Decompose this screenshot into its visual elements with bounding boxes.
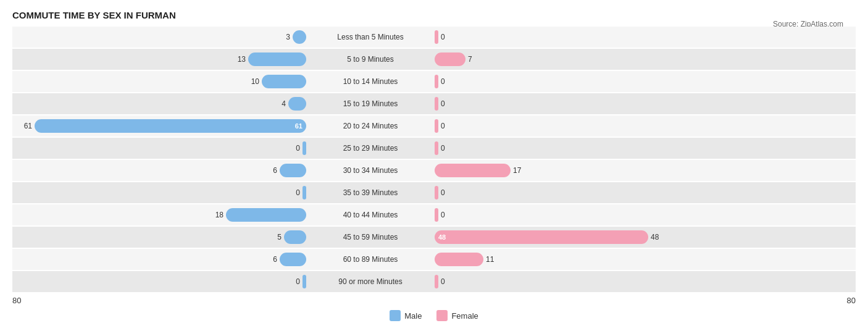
male-bar bbox=[303, 186, 306, 199]
chart-row: 1010 to 14 Minutes0 bbox=[12, 71, 856, 92]
female-bar-container: 0 bbox=[432, 30, 728, 44]
female-bar-container: 0 bbox=[432, 208, 728, 222]
male-bar-container: 6 bbox=[12, 164, 309, 177]
chart-row: 616120 to 24 Minutes0 bbox=[12, 115, 856, 136]
male-value: 13 bbox=[228, 55, 246, 64]
female-bar: 48 bbox=[435, 230, 648, 244]
chart-row: 035 to 39 Minutes0 bbox=[12, 182, 856, 203]
row-label: 90 or more Minutes bbox=[309, 277, 432, 286]
male-bar-container: 0 bbox=[12, 186, 309, 199]
male-bar bbox=[262, 75, 306, 88]
male-value: 0 bbox=[283, 144, 300, 153]
female-bar-container: 0 bbox=[432, 97, 728, 111]
row-label: 30 to 34 Minutes bbox=[309, 166, 432, 175]
legend: Male Female bbox=[12, 310, 856, 321]
female-value: 0 bbox=[441, 211, 458, 219]
male-bar-inner-value: 61 bbox=[295, 122, 303, 130]
axis-left: 80 bbox=[12, 296, 21, 305]
female-color-box bbox=[436, 310, 448, 321]
female-bar-container: 0 bbox=[432, 119, 728, 133]
female-bar-container: 0 bbox=[432, 186, 728, 199]
female-bar bbox=[435, 186, 438, 199]
chart-row: 135 to 9 Minutes7 bbox=[12, 49, 856, 70]
male-bar bbox=[280, 253, 306, 266]
female-value: 0 bbox=[441, 99, 458, 108]
chart-row: 1840 to 44 Minutes0 bbox=[12, 204, 856, 225]
male-bar-container: 4 bbox=[12, 97, 309, 111]
male-bar-container: 10 bbox=[12, 75, 309, 88]
female-bar-container: 11 bbox=[432, 253, 728, 266]
female-value: 0 bbox=[441, 122, 458, 130]
legend-female: Female bbox=[436, 310, 478, 321]
female-value: 0 bbox=[441, 277, 458, 286]
male-bar-container: 0 bbox=[12, 275, 309, 288]
female-value: 0 bbox=[441, 188, 458, 197]
chart-row: 545 to 59 Minutes4848 bbox=[12, 227, 856, 248]
row-label: Less than 5 Minutes bbox=[309, 33, 432, 41]
female-bar-container: 4848 bbox=[432, 230, 728, 244]
female-value: 17 bbox=[513, 166, 530, 175]
male-value: 10 bbox=[242, 77, 259, 86]
male-label: Male bbox=[404, 311, 422, 321]
male-bar bbox=[303, 141, 306, 155]
male-value: 6 bbox=[260, 166, 277, 175]
male-value: 6 bbox=[260, 255, 277, 264]
female-bar bbox=[435, 119, 438, 133]
chart-row: 660 to 89 Minutes11 bbox=[12, 249, 856, 270]
female-bar bbox=[435, 208, 438, 222]
female-bar-container: 17 bbox=[432, 164, 728, 177]
female-bar-container: 7 bbox=[432, 52, 728, 66]
male-bar bbox=[226, 208, 306, 222]
male-bar-container: 3 bbox=[12, 30, 309, 44]
female-value: 11 bbox=[486, 255, 503, 264]
female-bar-container: 0 bbox=[432, 275, 728, 288]
male-bar-container: 6 bbox=[12, 253, 309, 266]
chart-row: 025 to 29 Minutes0 bbox=[12, 138, 856, 159]
female-value: 0 bbox=[441, 77, 458, 86]
female-bar-inner-value: 48 bbox=[438, 233, 446, 241]
female-value: 7 bbox=[468, 55, 485, 64]
male-bar bbox=[280, 164, 306, 177]
male-color-box bbox=[390, 310, 401, 321]
row-label: 45 to 59 Minutes bbox=[309, 233, 432, 241]
female-bar bbox=[435, 253, 483, 266]
chart-row: 3Less than 5 Minutes0 bbox=[12, 27, 856, 48]
female-value: 48 bbox=[651, 233, 668, 241]
female-label: Female bbox=[451, 311, 478, 321]
female-value: 0 bbox=[441, 144, 458, 153]
male-bar bbox=[248, 52, 306, 66]
male-value: 61 bbox=[15, 122, 32, 130]
row-label: 20 to 24 Minutes bbox=[309, 122, 432, 130]
male-bar-container: 0 bbox=[12, 141, 309, 155]
male-bar-container: 5 bbox=[12, 230, 309, 244]
row-label: 35 to 39 Minutes bbox=[309, 188, 432, 197]
male-value: 18 bbox=[206, 211, 223, 219]
female-bar bbox=[435, 52, 465, 66]
female-bar bbox=[435, 97, 438, 111]
female-bar bbox=[435, 30, 438, 44]
row-label: 25 to 29 Minutes bbox=[309, 144, 432, 153]
female-bar-container: 0 bbox=[432, 141, 728, 155]
row-label: 40 to 44 Minutes bbox=[309, 211, 432, 219]
chart-title: COMMUTE TIME BY SEX IN FURMAN bbox=[12, 10, 856, 20]
male-bar-container: 18 bbox=[12, 208, 309, 222]
male-value: 4 bbox=[269, 99, 286, 108]
male-value: 5 bbox=[264, 233, 282, 241]
axis-right: 80 bbox=[847, 296, 856, 305]
male-bar: 61 bbox=[35, 119, 306, 133]
row-label: 10 to 14 Minutes bbox=[309, 77, 432, 86]
female-bar bbox=[435, 75, 438, 88]
female-bar bbox=[435, 164, 511, 177]
male-bar-container: 6161 bbox=[12, 119, 309, 133]
row-label: 60 to 89 Minutes bbox=[309, 255, 432, 264]
male-bar bbox=[303, 275, 306, 288]
axis-row: 80 80 bbox=[12, 296, 856, 305]
row-label: 5 to 9 Minutes bbox=[309, 55, 432, 64]
female-bar bbox=[435, 141, 438, 155]
female-value: 0 bbox=[441, 33, 458, 41]
male-value: 3 bbox=[273, 33, 290, 41]
female-bar bbox=[435, 275, 438, 288]
male-bar bbox=[293, 30, 306, 44]
male-bar-container: 13 bbox=[12, 52, 309, 66]
chart-row: 630 to 34 Minutes17 bbox=[12, 160, 856, 181]
